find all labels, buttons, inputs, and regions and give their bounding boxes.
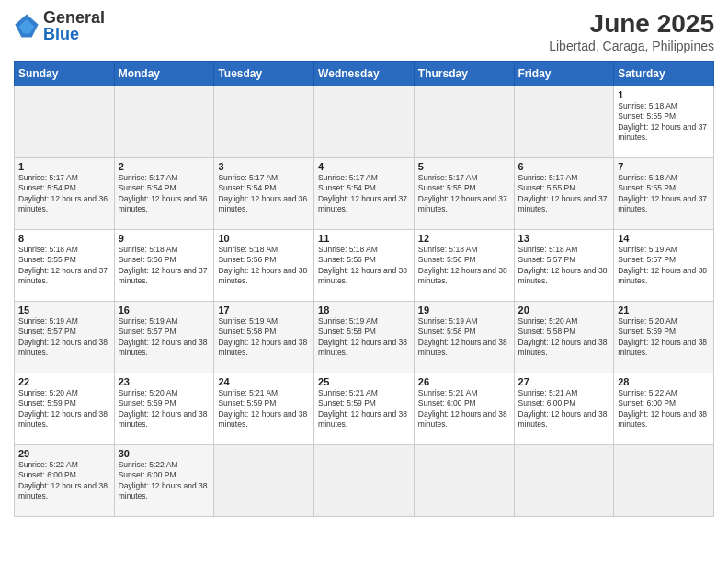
day-info: Sunrise: 5:20 AMSunset: 5:59 PMDaylight:… (618, 316, 710, 359)
day-number: 6 (518, 161, 610, 172)
location: Libertad, Caraga, Philippines (549, 39, 714, 53)
calendar-header-saturday: Saturday (614, 62, 714, 86)
calendar-cell: 22Sunrise: 5:20 AMSunset: 5:59 PMDayligh… (15, 373, 115, 445)
logo: General Blue (14, 9, 105, 42)
day-number: 18 (318, 304, 410, 316)
day-info: Sunrise: 5:17 AMSunset: 5:54 PMDaylight:… (119, 173, 210, 215)
day-number: 3 (218, 161, 310, 172)
logo-general: General (43, 9, 105, 26)
calendar-cell: 21Sunrise: 5:20 AMSunset: 5:59 PMDayligh… (614, 302, 714, 373)
header: General Blue June 2025 Libertad, Caraga,… (14, 9, 714, 53)
logo-text: General Blue (43, 9, 105, 42)
calendar-cell (114, 86, 214, 158)
calendar-cell: 1Sunrise: 5:17 AMSunset: 5:54 PMDaylight… (15, 158, 115, 230)
calendar-cell: 23Sunrise: 5:20 AMSunset: 5:59 PMDayligh… (114, 373, 214, 445)
day-number: 15 (18, 304, 110, 316)
day-number: 13 (518, 233, 610, 244)
calendar-cell: 24Sunrise: 5:21 AMSunset: 5:59 PMDayligh… (214, 373, 314, 445)
calendar-cell: 7Sunrise: 5:18 AMSunset: 5:55 PMDaylight… (614, 158, 714, 230)
calendar-cell: 19Sunrise: 5:19 AMSunset: 5:58 PMDayligh… (414, 302, 514, 373)
day-number: 11 (318, 233, 410, 244)
day-info: Sunrise: 5:18 AMSunset: 5:56 PMDaylight:… (119, 245, 210, 287)
calendar-cell: 16Sunrise: 5:19 AMSunset: 5:57 PMDayligh… (114, 302, 214, 373)
calendar-cell (214, 445, 314, 517)
day-number: 25 (318, 376, 410, 387)
calendar-cell: 5Sunrise: 5:17 AMSunset: 5:55 PMDaylight… (414, 158, 514, 230)
calendar-week-1: 1Sunrise: 5:17 AMSunset: 5:54 PMDaylight… (15, 158, 714, 230)
day-info: Sunrise: 5:18 AMSunset: 5:57 PMDaylight:… (518, 245, 610, 287)
calendar-header-sunday: Sunday (15, 62, 115, 86)
day-info: Sunrise: 5:21 AMSunset: 5:59 PMDaylight:… (218, 388, 310, 431)
calendar-cell: 9Sunrise: 5:18 AMSunset: 5:56 PMDaylight… (114, 230, 214, 302)
day-info: Sunrise: 5:20 AMSunset: 5:59 PMDaylight:… (119, 388, 210, 431)
calendar-week-0: 1Sunrise: 5:18 AMSunset: 5:55 PMDaylight… (15, 86, 714, 158)
day-number: 5 (418, 161, 510, 172)
day-number: 10 (218, 233, 310, 244)
day-number: 24 (218, 376, 310, 387)
calendar-cell: 10Sunrise: 5:18 AMSunset: 5:56 PMDayligh… (214, 230, 314, 302)
calendar-header-friday: Friday (514, 62, 614, 86)
day-number: 2 (119, 161, 210, 172)
day-info: Sunrise: 5:19 AMSunset: 5:58 PMDaylight:… (318, 316, 410, 359)
day-info: Sunrise: 5:22 AMSunset: 6:00 PMDaylight:… (18, 460, 110, 502)
day-info: Sunrise: 5:18 AMSunset: 5:55 PMDaylight:… (18, 245, 110, 287)
day-info: Sunrise: 5:19 AMSunset: 5:58 PMDaylight:… (418, 316, 510, 359)
calendar-cell: 26Sunrise: 5:21 AMSunset: 6:00 PMDayligh… (414, 373, 514, 445)
calendar-cell (314, 445, 415, 517)
calendar-cell (414, 86, 514, 158)
calendar-cell (514, 86, 614, 158)
calendar-header-thursday: Thursday (414, 62, 514, 86)
day-number: 4 (318, 161, 410, 172)
day-info: Sunrise: 5:19 AMSunset: 5:57 PMDaylight:… (18, 316, 110, 359)
day-info: Sunrise: 5:21 AMSunset: 6:00 PMDaylight:… (518, 388, 610, 431)
main-container: General Blue June 2025 Libertad, Caraga,… (0, 0, 728, 563)
calendar-cell: 29Sunrise: 5:22 AMSunset: 6:00 PMDayligh… (15, 445, 115, 517)
calendar-cell: 14Sunrise: 5:19 AMSunset: 5:57 PMDayligh… (614, 230, 714, 302)
day-number: 12 (418, 233, 510, 244)
day-info: Sunrise: 5:22 AMSunset: 6:00 PMDaylight:… (119, 460, 210, 502)
calendar-cell: 13Sunrise: 5:18 AMSunset: 5:57 PMDayligh… (514, 230, 614, 302)
day-info: Sunrise: 5:19 AMSunset: 5:57 PMDaylight:… (119, 316, 210, 359)
calendar-week-5: 29Sunrise: 5:22 AMSunset: 6:00 PMDayligh… (15, 445, 714, 517)
day-info: Sunrise: 5:17 AMSunset: 5:55 PMDaylight:… (518, 173, 610, 215)
day-info: Sunrise: 5:21 AMSunset: 5:59 PMDaylight:… (318, 388, 410, 431)
calendar-cell (514, 445, 614, 517)
day-info: Sunrise: 5:18 AMSunset: 5:56 PMDaylight:… (318, 245, 410, 287)
calendar-table: SundayMondayTuesdayWednesdayThursdayFrid… (14, 61, 714, 517)
day-number: 1 (618, 89, 710, 100)
calendar-cell: 3Sunrise: 5:17 AMSunset: 5:54 PMDaylight… (214, 158, 314, 230)
day-info: Sunrise: 5:21 AMSunset: 6:00 PMDaylight:… (418, 388, 510, 431)
calendar-cell: 17Sunrise: 5:19 AMSunset: 5:58 PMDayligh… (214, 302, 314, 373)
day-number: 28 (618, 376, 710, 387)
calendar-cell (414, 445, 514, 517)
calendar-header-monday: Monday (114, 62, 214, 86)
day-info: Sunrise: 5:17 AMSunset: 5:54 PMDaylight:… (318, 173, 410, 215)
title-section: June 2025 Libertad, Caraga, Philippines (549, 9, 714, 53)
day-number: 20 (518, 304, 610, 316)
day-number: 27 (518, 376, 610, 387)
day-info: Sunrise: 5:18 AMSunset: 5:55 PMDaylight:… (618, 101, 710, 144)
calendar-cell: 4Sunrise: 5:17 AMSunset: 5:54 PMDaylight… (314, 158, 415, 230)
day-info: Sunrise: 5:18 AMSunset: 5:56 PMDaylight:… (218, 245, 310, 287)
calendar-cell: 25Sunrise: 5:21 AMSunset: 5:59 PMDayligh… (314, 373, 415, 445)
logo-icon (14, 13, 40, 39)
day-number: 30 (119, 448, 210, 459)
calendar-cell: 15Sunrise: 5:19 AMSunset: 5:57 PMDayligh… (15, 302, 115, 373)
month-title: June 2025 (549, 9, 714, 39)
calendar-cell: 12Sunrise: 5:18 AMSunset: 5:56 PMDayligh… (414, 230, 514, 302)
calendar-cell: 8Sunrise: 5:18 AMSunset: 5:55 PMDaylight… (15, 230, 115, 302)
day-number: 14 (618, 233, 710, 244)
calendar-cell: 18Sunrise: 5:19 AMSunset: 5:58 PMDayligh… (314, 302, 415, 373)
day-number: 8 (18, 233, 110, 244)
calendar-cell: 30Sunrise: 5:22 AMSunset: 6:00 PMDayligh… (114, 445, 214, 517)
calendar-header-row: SundayMondayTuesdayWednesdayThursdayFrid… (15, 62, 714, 86)
calendar-cell: 2Sunrise: 5:17 AMSunset: 5:54 PMDaylight… (114, 158, 214, 230)
day-number: 1 (18, 161, 110, 172)
day-info: Sunrise: 5:18 AMSunset: 5:55 PMDaylight:… (618, 173, 710, 215)
calendar-cell (314, 86, 415, 158)
day-info: Sunrise: 5:17 AMSunset: 5:54 PMDaylight:… (18, 173, 110, 215)
day-info: Sunrise: 5:20 AMSunset: 5:58 PMDaylight:… (518, 316, 610, 359)
calendar-cell: 27Sunrise: 5:21 AMSunset: 6:00 PMDayligh… (514, 373, 614, 445)
day-number: 7 (618, 161, 710, 172)
calendar-cell: 11Sunrise: 5:18 AMSunset: 5:56 PMDayligh… (314, 230, 415, 302)
